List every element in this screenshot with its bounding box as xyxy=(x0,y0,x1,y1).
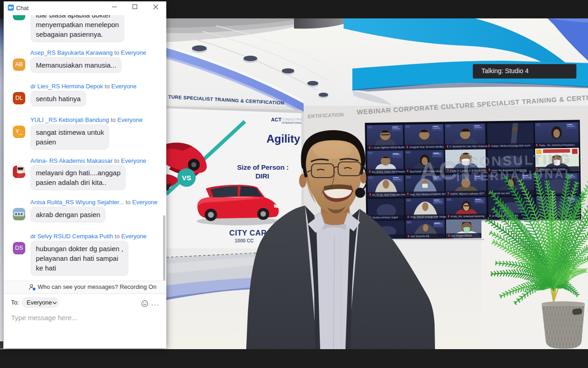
svg-text:Agility: Agility xyxy=(266,132,300,145)
svg-text:Nuli Sasmita RS: Nuli Sasmita RS xyxy=(411,235,430,238)
svg-text:Nedita snehssa Jogok: Nedita snehssa Jogok xyxy=(373,216,398,219)
svg-text:DIRI: DIRI xyxy=(255,172,269,180)
svg-text:Tiada . Rs. Hermina Pekanbaru: Tiada . Rs. Hermina Pekanbaru xyxy=(539,144,575,147)
svg-text:1000 CC: 1000 CC xyxy=(235,238,254,243)
svg-text:VS: VS xyxy=(182,174,191,182)
svg-text:F. Musliadi Rs.Tani Alda Tanju: F. Musliadi Rs.Tani Alda Tanjunok xyxy=(450,144,488,148)
svg-text:Asty. RSJ Matiara PURING 507: Asty. RSJ Matiara PURING 507 xyxy=(410,193,446,196)
svg-text:Rs. D Kej. Anisa Jon Pekanbr: Rs. D Kej. Anisa Jon Pekanbr xyxy=(372,170,406,173)
svg-text:Anugrah Rad. Serama Medika: Anugrah Rad. Serama Medika xyxy=(409,145,444,149)
svg-text:ACT: ACT xyxy=(271,117,282,122)
svg-text:INTERNATIONAL: INTERNATIONAL xyxy=(282,122,302,124)
svg-text:CONSULTING: CONSULTING xyxy=(282,118,302,121)
svg-text:Indayu. Melisa Keluarga Edu Ac: Indayu. Melisa Keluarga Edu Aceh xyxy=(491,144,531,147)
svg-text:razi tengah RSUD: razi tengah RSUD xyxy=(451,234,472,237)
svg-text:Kristo_Rs. retnonusi kandang: Kristo_Rs. retnonusi kandang xyxy=(451,214,484,218)
svg-text:RSPN. Wijoono sulmane ERT: RSPN. Wijoono sulmane ERT xyxy=(450,192,485,195)
svg-text:Rr. Tri Dj. Alisti Cahy aks Pe: Rr. Tri Dj. Alisti Cahy aks Pekty xyxy=(372,193,407,196)
svg-text:Fatmah nur aini: Fatmah nur aini xyxy=(492,192,509,195)
svg-text:r. Ucok Alghifari RSUD Budhi: r. Ucok Alghifari RSUD Budhi xyxy=(372,146,405,149)
svg-text:Size of Person :: Size of Person : xyxy=(237,163,289,171)
svg-text:Yelly. RSUD selarga kab. tangs: Yelly. RSUD selarga kab. tangsel xyxy=(410,215,448,218)
